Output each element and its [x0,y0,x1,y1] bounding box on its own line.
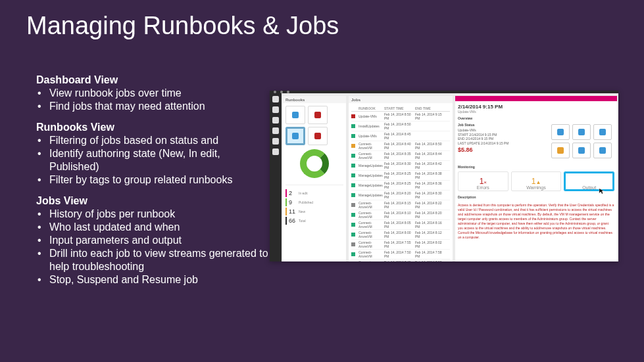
runbook-tile[interactable] [308,127,328,145]
status-line: LAST UPDATE 2/14/2014 9:15 PM [458,141,547,146]
status-icon [351,154,355,158]
detail-tile[interactable] [572,124,591,140]
cell-start: Feb 14, 2014 8:45 PM [384,132,413,140]
status-count: 9 [289,199,297,206]
runbooks-panel: Runbooks 2In edit9Published11New66Total [283,96,346,261]
status-icon [351,193,355,197]
runbook-tile[interactable] [285,106,305,124]
panel-title: Jobs [349,96,453,103]
table-row[interactable]: Update-VMsFeb 14, 2014 8:50 PMFeb 14, 20… [351,112,450,122]
status-icon [351,203,355,207]
cell-start: Feb 14, 2014 8:40 PM [384,142,413,150]
table-header-row: RUNBOOKSTART TIMEEND TIME [351,106,450,112]
cell-start: Feb 14, 2014 8:15 PM [384,201,413,209]
nav-icon[interactable] [272,117,279,124]
table-row[interactable]: InstallUpdatesFeb 14, 2014 8:50 PM [351,122,450,131]
bullet-item: History of jobs per runbook [36,208,270,221]
metric-label: Errors [477,185,489,190]
status-count: 66 [289,217,297,224]
panel-title: Runbooks [283,96,346,103]
cell-end: Feb 14, 2014 7:52 PM [415,260,444,261]
cell-start: Feb 14, 2014 8:25 PM [384,181,413,189]
cell-end: Feb 14, 2014 8:50 PM [415,142,444,150]
cell-start: Feb 14, 2014 7:45 PM [384,260,413,261]
cell-start: Feb 14, 2014 8:25 PM [384,171,413,179]
status-icon [351,242,355,246]
nav-icon[interactable] [272,138,279,145]
cell-runbook: Connect-AzureVM [359,211,382,219]
nav-icon[interactable] [272,148,279,155]
cell-end: Feb 14, 2014 8:42 PM [415,162,444,170]
section-heading: Runbooks View [36,121,270,134]
table-row[interactable]: Connect-AzureVMFeb 14, 2014 8:35 PMFeb 1… [351,151,450,161]
detail-runbook-name: Update-VMs [458,110,614,114]
cell-runbook: Connect-AzureVM [359,231,382,238]
cell-runbook: Update-VMs [359,134,382,138]
table-row[interactable]: ManageUpdatesFeb 14, 2014 8:25 PMFeb 14,… [351,171,450,181]
tile-icon [314,112,321,118]
bullet-list: View runbook jobs over time Find jobs th… [36,87,270,113]
status-label: Total [299,219,306,223]
status-icon [351,144,355,148]
cell-start: Feb 14, 2014 7:55 PM [384,240,413,248]
status-icon [351,173,355,177]
nav-icon[interactable] [272,127,279,134]
table-row[interactable]: Connect-AzureVMFeb 14, 2014 7:55 PMFeb 1… [351,240,450,250]
runbook-tile[interactable] [285,127,305,145]
table-row[interactable]: Connect-AzureVMFeb 14, 2014 8:10 PMFeb 1… [351,210,450,220]
cell-runbook: InstallUpdates [359,124,382,128]
nav-icon[interactable] [272,96,279,102]
table-row[interactable]: Connect-AzureVMFeb 14, 2014 7:50 PMFeb 1… [351,250,450,260]
metric-value: 1× [480,177,487,186]
cell-runbook: ManageUpdates [359,193,382,197]
column-header: START TIME [384,106,413,110]
metric-card[interactable]: 1×Errors [458,171,508,191]
cell-start: Feb 14, 2014 7:50 PM [384,250,413,258]
slide: Managing Runbooks & Jobs Dashboard View … [0,0,644,362]
detail-tile[interactable] [551,143,570,158]
metric-cards: 1×Errors1▲WarningsOutput [458,171,614,191]
status-count: 2 [289,190,297,196]
nav-icon[interactable] [272,106,279,113]
donut-chart-icon [300,149,329,178]
table-row[interactable]: Update-VMsFeb 14, 2014 8:45 PM [351,131,450,141]
runbook-tile[interactable] [308,106,328,124]
metric-card[interactable]: Output [564,171,614,191]
bullet-list: Filtering of jobs based on status and Id… [36,134,270,187]
cell-runbook: ManageUpdates [359,164,382,168]
table-row[interactable]: ManageUpdatesFeb 14, 2014 8:25 PMFeb 14,… [351,181,450,191]
metric-card[interactable]: 1▲Warnings [511,171,562,191]
table-row[interactable]: ManageUpdatesFeb 14, 2014 8:20 PMFeb 14,… [351,191,450,200]
table-row[interactable]: ManageUpdatesFeb 14, 2014 8:30 PMFeb 14,… [351,161,450,171]
table-row[interactable]: Connect-AzureVMFeb 14, 2014 8:00 PMFeb 1… [351,230,450,240]
detail-tile[interactable] [593,143,612,158]
error-description: Access is denied from this computer to p… [458,203,614,240]
status-row: 11New [285,208,343,215]
detail-tile[interactable] [551,124,570,140]
status-bar-icon [285,217,287,225]
status-bar-icon [285,189,287,197]
column-header: END TIME [415,106,444,110]
table-row[interactable]: Connect-AzureVMFeb 14, 2014 8:15 PMFeb 1… [351,200,450,210]
table-row[interactable]: Connect-AzureVMFeb 14, 2014 8:05 PMFeb 1… [351,220,450,230]
portal-screenshot: + Runbooks 2In edit9Published11New66Tota… [270,91,618,261]
slide-text-content: Dashboard View View runbook jobs over ti… [36,66,270,294]
status-icon [351,252,355,256]
cell-end: Feb 14, 2014 9:15 PM [415,112,444,120]
table-row[interactable]: Connect-AzureVMFeb 14, 2014 8:40 PMFeb 1… [351,141,450,151]
status-icon [351,183,355,187]
cell-start: Feb 14, 2014 8:35 PM [384,152,413,160]
monitoring-label: Monitoring [458,165,475,169]
cell-end: Feb 14, 2014 8:38 PM [415,171,444,179]
cell-runbook: ManageUpdates [359,183,382,187]
status-label: Published [299,200,313,204]
detail-tile[interactable] [593,124,612,140]
detail-tile[interactable] [572,143,591,158]
description-label: Description [458,195,476,199]
table-row[interactable]: Connect-AzureVMFeb 14, 2014 7:45 PMFeb 1… [351,260,450,261]
cell-end: Feb 14, 2014 8:22 PM [415,201,444,209]
bullet-item: Identify authoring state (New, In edit, … [36,147,270,173]
tile-icon [314,133,321,139]
cell-end: Feb 14, 2014 8:36 PM [415,181,444,189]
status-icon [351,124,355,128]
